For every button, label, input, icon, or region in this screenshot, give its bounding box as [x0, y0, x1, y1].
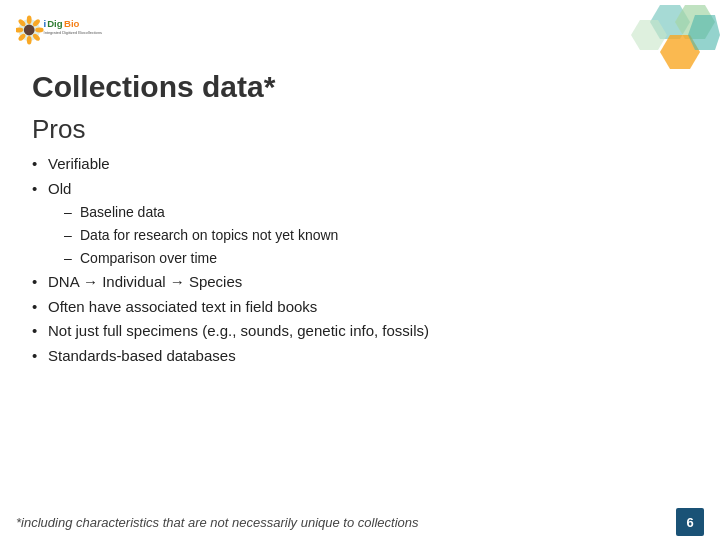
list-item: Old Baseline data Data for research on t…	[32, 178, 688, 270]
list-item: Verifiable	[32, 153, 688, 176]
svg-point-9	[24, 25, 35, 36]
pros-list: Verifiable Old Baseline data Data for re…	[32, 153, 688, 367]
svg-point-3	[35, 28, 43, 33]
list-item: Not just full specimens (e.g., sounds, g…	[32, 320, 688, 343]
sub-list: Baseline data Data for research on topic…	[64, 202, 688, 269]
page-number: 6	[676, 508, 704, 536]
logo-image: i Dig Bio Integrated Digitized Biocollec…	[16, 8, 136, 52]
footer: *including characteristics that are not …	[0, 504, 720, 540]
list-item: Often have associated text in field book…	[32, 296, 688, 319]
svg-point-5	[27, 36, 32, 44]
sub-list-item: Data for research on topics not yet know…	[64, 225, 688, 246]
footer-note: *including characteristics that are not …	[16, 515, 419, 530]
list-item: DNA → Individual → Species	[32, 271, 688, 294]
svg-text:i: i	[44, 18, 47, 29]
svg-text:Integrated Digitized Biocollec: Integrated Digitized Biocollections	[44, 30, 102, 35]
svg-text:Bio: Bio	[64, 18, 80, 29]
main-content: Collections data* Pros Verifiable Old Ba…	[0, 60, 720, 379]
list-item: Standards-based databases	[32, 345, 688, 368]
sub-list-item: Baseline data	[64, 202, 688, 223]
hex-decoration	[540, 0, 720, 80]
svg-point-1	[27, 16, 32, 24]
header: i Dig Bio Integrated Digitized Biocollec…	[0, 0, 720, 60]
section-heading: Pros	[32, 114, 688, 145]
svg-text:Dig: Dig	[47, 18, 63, 29]
sub-list-item: Comparison over time	[64, 248, 688, 269]
logo-area: i Dig Bio Integrated Digitized Biocollec…	[16, 8, 136, 52]
